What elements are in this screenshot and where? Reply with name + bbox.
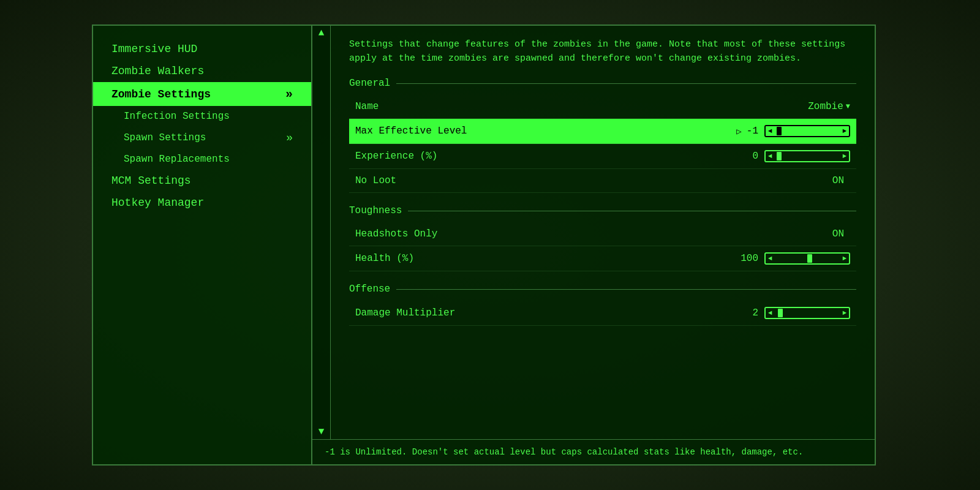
slider-left-arrow[interactable]: ◄	[766, 309, 775, 317]
sidebar-item-spawn-replacements[interactable]: Spawn Replacements	[93, 149, 311, 170]
nav-label: Infection Settings	[124, 111, 230, 122]
slider-right-arrow[interactable]: ►	[840, 127, 849, 135]
name-value: Zombie	[808, 101, 843, 112]
setting-row-name[interactable]: Name Zombie ▼	[349, 95, 856, 119]
sidebar-item-spawn-settings[interactable]: Spawn Settings »	[93, 127, 311, 149]
setting-label-headshots-only: Headshots Only	[355, 228, 832, 239]
section-general: General	[349, 78, 856, 89]
nav-label: Zombie Walkers	[111, 65, 204, 77]
slider-left-arrow[interactable]: ◄	[766, 127, 775, 135]
setting-row-experience[interactable]: Experience (%) 0 ◄ ►	[349, 144, 856, 169]
footer-text: -1 is Unlimited. Doesn't set actual leve…	[312, 439, 875, 464]
right-panel-inner: ▲ ▼ Settings that change features of the…	[312, 26, 875, 439]
setting-row-no-loot[interactable]: No Loot ON	[349, 169, 856, 193]
nav-label: Spawn Settings	[124, 132, 206, 143]
setting-row-health[interactable]: Health (%) 100 ◄ ►	[349, 246, 856, 271]
scroll-down-button[interactable]: ▼	[318, 427, 325, 437]
no-loot-value: ON	[832, 175, 844, 186]
section-toughness-line	[408, 211, 856, 211]
slider-left-arrow[interactable]: ◄	[766, 153, 775, 160]
spawn-settings-arrow: »	[286, 132, 293, 144]
section-general-line	[396, 83, 856, 84]
sidebar-item-zombie-walkers[interactable]: Zombie Walkers	[93, 60, 311, 82]
setting-label-experience: Experience (%)	[355, 151, 752, 162]
sidebar-item-immersive-hud[interactable]: Immersive HUD	[93, 38, 311, 60]
nav-label: Zombie Settings	[111, 88, 211, 100]
setting-label-name: Name	[355, 101, 808, 112]
setting-label-mel: Max Effective Level	[355, 126, 736, 137]
setting-label-damage-multiplier: Damage Multiplier	[355, 307, 752, 318]
cursor-icon: ▷	[736, 126, 741, 137]
description-text: Settings that change features of the zom…	[349, 38, 856, 66]
scroll-bar: ▲ ▼	[312, 26, 331, 439]
setting-label-health: Health (%)	[355, 253, 741, 264]
slider-right-arrow[interactable]: ►	[840, 153, 849, 160]
experience-value: 0	[752, 151, 758, 162]
slider-thumb	[777, 152, 782, 160]
dropdown-arrow-icon: ▼	[846, 102, 850, 111]
left-panel: Immersive HUD Zombie Walkers Zombie Sett…	[92, 24, 312, 466]
nav-label: Spawn Replacements	[124, 154, 230, 165]
mel-value: -1	[747, 126, 758, 137]
slider-thumb	[777, 127, 782, 135]
setting-row-max-effective-level[interactable]: Max Effective Level ▷ -1 ◄ ►	[349, 119, 856, 144]
health-slider[interactable]: ◄ ►	[764, 252, 850, 265]
mel-slider[interactable]: ◄ ►	[764, 125, 850, 137]
section-offense-label: Offense	[349, 284, 390, 295]
content-area: Settings that change features of the zom…	[331, 26, 875, 439]
setting-row-headshots-only[interactable]: Headshots Only ON	[349, 222, 856, 246]
slider-thumb	[778, 309, 783, 317]
section-toughness: Toughness	[349, 205, 856, 216]
setting-label-no-loot: No Loot	[355, 175, 832, 186]
main-container: Immersive HUD Zombie Walkers Zombie Sett…	[92, 24, 876, 466]
experience-slider[interactable]: ◄ ►	[764, 150, 850, 162]
section-offense-line	[396, 289, 856, 290]
sidebar-item-infection-settings[interactable]: Infection Settings	[93, 106, 311, 127]
sidebar-item-zombie-settings[interactable]: Zombie Settings	[93, 82, 311, 106]
sidebar-item-mcm-settings[interactable]: MCM Settings	[93, 170, 311, 192]
right-panel: ▲ ▼ Settings that change features of the…	[312, 24, 876, 466]
section-general-label: General	[349, 78, 390, 89]
slider-left-arrow[interactable]: ◄	[766, 255, 775, 262]
headshots-only-value: ON	[832, 228, 844, 239]
slider-right-arrow[interactable]: ►	[840, 255, 849, 262]
nav-label: Hotkey Manager	[111, 197, 204, 209]
slider-thumb	[807, 254, 812, 263]
name-dropdown[interactable]: Zombie ▼	[808, 101, 850, 112]
nav-label: MCM Settings	[111, 175, 191, 187]
setting-row-damage-multiplier[interactable]: Damage Multiplier 2 ◄ ►	[349, 301, 856, 326]
damage-multiplier-slider[interactable]: ◄ ►	[764, 307, 850, 319]
slider-right-arrow[interactable]: ►	[840, 309, 849, 317]
nav-label: Immersive HUD	[111, 43, 197, 55]
section-toughness-label: Toughness	[349, 205, 402, 216]
health-value: 100	[741, 253, 758, 264]
damage-multiplier-value: 2	[752, 307, 758, 318]
sidebar-item-hotkey-manager[interactable]: Hotkey Manager	[93, 192, 311, 214]
scroll-up-button[interactable]: ▲	[318, 28, 325, 38]
section-offense: Offense	[349, 284, 856, 295]
